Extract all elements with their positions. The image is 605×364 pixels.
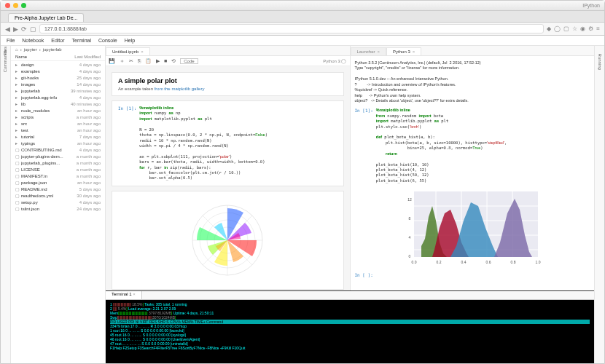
split-panes: Untitled.ipynb × 💾 ＋ ✂ ⎘ 📋 ▶ ■ ⟲ Code <box>106 46 594 290</box>
code-cell[interactable]: In [1]: %matplotlib inline import numpy … <box>112 100 344 186</box>
file-columns-header: Name Last Modified <box>11 53 105 61</box>
cell-type-select[interactable]: Code <box>180 58 198 64</box>
input-prompt-empty: In [ ]: <box>355 272 373 278</box>
svg-text:0: 0 <box>408 254 410 258</box>
zoom-window-icon[interactable] <box>21 3 26 8</box>
file-row[interactable]: ▢package.jsonan hour ago <box>11 179 105 186</box>
file-row[interactable]: ▸jupyterlab39 minutes ago <box>11 87 105 94</box>
window-titlebar: IPython <box>1 1 604 11</box>
file-row[interactable]: ▢CONTRIBUTING.md4 days ago <box>11 146 105 153</box>
menu-terminal[interactable]: Terminal <box>72 38 91 43</box>
file-row[interactable]: ▸typingsan hour ago <box>11 140 105 146</box>
close-icon[interactable]: × <box>378 50 380 54</box>
file-row[interactable]: ▸lib40 minutes ago <box>11 100 105 107</box>
file-row[interactable]: ▸jupyterlab.egg-info4 days ago <box>11 94 105 100</box>
address-input[interactable]: 127.0.0.1:8888/lab <box>39 24 544 33</box>
cut-icon[interactable]: ✂ <box>129 58 133 64</box>
save-icon[interactable]: 💾 <box>109 58 115 64</box>
close-window-icon[interactable] <box>5 3 10 8</box>
kernel-label[interactable]: Python 3 ◯ <box>323 58 346 63</box>
tab-untitled[interactable]: Untitled.ipynb × <box>106 47 150 55</box>
htop-fkeys: F1Help F2Setup F3SearchF4FilterF5Tree F6… <box>110 346 590 350</box>
file-row[interactable]: ▸images14 days ago <box>11 81 105 87</box>
browser-tab[interactable]: Pre-Alpha Jupyter Lab De... <box>8 13 84 22</box>
svg-text:0.6: 0.6 <box>485 260 491 264</box>
file-row[interactable]: ▢MANIFEST.ina month ago <box>11 173 105 179</box>
ext-icon[interactable]: ◉ <box>580 25 585 32</box>
console-body[interactable]: Python 3.5.2 |Continuum Analytics, Inc.|… <box>351 56 595 290</box>
menu-icon[interactable]: ≡ <box>596 25 600 32</box>
console-input-empty[interactable] <box>376 272 590 278</box>
file-row[interactable]: ▢readthedocs.yml30 days ago <box>11 192 105 199</box>
svg-text:8: 8 <box>408 216 410 221</box>
ext-icon[interactable]: ⚙ <box>588 25 593 32</box>
svg-text:1.0: 1.0 <box>535 260 540 264</box>
file-row[interactable]: ▸srcan hour ago <box>11 120 105 127</box>
ext-icon[interactable]: ◯ <box>554 25 561 32</box>
paste-icon[interactable]: 📋 <box>145 58 152 64</box>
add-cell-icon[interactable]: ＋ <box>120 58 125 65</box>
ext-icon[interactable]: ▢ <box>563 25 569 32</box>
markdown-cell[interactable]: A simple polar plot An example taken fro… <box>112 72 344 96</box>
tab-launcher[interactable]: Launcher× <box>351 47 387 55</box>
htop-process-list: 33479 brian 17 0 ... ... ... R 3.0 0.0 0… <box>110 324 590 346</box>
breadcrumb[interactable]: ⌂ ›jupyter ›jupyterlab <box>11 46 105 53</box>
tab-running[interactable]: Running <box>598 54 602 63</box>
minimize-window-icon[interactable] <box>13 3 18 8</box>
console-banner: Python 3.5.2 |Continuum Analytics, Inc.|… <box>355 60 590 103</box>
col-name[interactable]: Name <box>15 55 69 59</box>
right-activity-bar: Running <box>594 46 604 363</box>
menu-console[interactable]: Console <box>98 38 117 43</box>
restart-icon[interactable]: ⟲ <box>171 58 176 64</box>
menu-file[interactable]: File <box>7 38 15 43</box>
file-row[interactable]: ▢README.md5 days ago <box>11 186 105 192</box>
file-browser: ⌂ ›jupyter ›jupyterlab Name Last Modifie… <box>11 46 106 363</box>
file-row[interactable]: ▢jupyterlab_plugins...a month ago <box>11 159 105 166</box>
code-editor[interactable]: %matplotlib inline import numpy as np im… <box>139 106 337 181</box>
stop-icon[interactable]: ■ <box>164 58 167 63</box>
file-row[interactable]: ▢setup.py4 days ago <box>11 199 105 205</box>
output-cell <box>112 191 344 290</box>
tab-commands[interactable]: Commands <box>4 50 8 73</box>
file-row[interactable]: ▢LICENSEa month ago <box>11 166 105 173</box>
close-icon[interactable]: × <box>133 292 136 296</box>
menu-notebook[interactable]: Notebook <box>22 38 44 43</box>
file-row[interactable]: ▸examples4 days ago <box>11 68 105 74</box>
svg-text:0.4: 0.4 <box>461 260 466 264</box>
svg-text:0.0: 0.0 <box>411 260 416 264</box>
input-prompt: In [1]: <box>355 108 373 183</box>
tab-terminal1[interactable]: Terminal 1 × <box>106 291 142 299</box>
file-row[interactable]: ▸scriptsa month ago <box>11 114 105 120</box>
file-row[interactable]: ▸tutorial7 days ago <box>11 133 105 140</box>
ext-icon[interactable]: ◆ <box>547 25 551 32</box>
md-link[interactable]: from the matplotlib gallery <box>155 87 205 91</box>
ext-icon[interactable]: ☆ <box>572 25 577 32</box>
menu-help[interactable]: Help <box>125 38 135 43</box>
file-row[interactable]: ▸git-hooks25 days ago <box>11 74 105 81</box>
reload-icon[interactable]: ⟳ <box>21 25 27 33</box>
file-row[interactable]: ▸design4 days ago <box>11 61 105 68</box>
main-content: Files Commands ⌂ ›jupyter ›jupyterlab Na… <box>1 46 604 363</box>
back-icon[interactable]: ◀ <box>5 25 10 33</box>
terminal-tabs: Terminal 1 × <box>106 291 594 300</box>
file-row[interactable]: ▸node_modulesan hour ago <box>11 107 105 114</box>
close-icon[interactable]: × <box>413 50 415 54</box>
home-icon[interactable]: ⌂ <box>15 47 18 52</box>
md-heading: A simple polar plot <box>118 77 337 84</box>
tab-python3[interactable]: Python 3× <box>386 47 421 55</box>
file-row[interactable]: ▢tslint.json24 days ago <box>11 205 105 212</box>
close-icon[interactable]: × <box>141 50 144 54</box>
copy-icon[interactable]: ⎘ <box>138 58 141 63</box>
file-row[interactable]: ▸testan hour ago <box>11 127 105 133</box>
console-tabs: Launcher× Python 3× <box>351 46 595 56</box>
console-input[interactable]: %matplotlib inline from numpy.random imp… <box>376 108 590 183</box>
forward-icon[interactable]: ▶ <box>13 25 18 33</box>
app-name-label: IPython <box>582 3 600 8</box>
lock-icon: ▢ <box>30 25 36 33</box>
notebook-pane: Untitled.ipynb × 💾 ＋ ✂ ⎘ 📋 ▶ ■ ⟲ Code <box>106 46 351 290</box>
menu-editor[interactable]: Editor <box>51 38 64 43</box>
run-icon[interactable]: ▶ <box>156 58 160 64</box>
terminal-body[interactable]: 1 [|||||||||||||||||| 18.5%] Tasks: 305 … <box>106 300 594 363</box>
col-modified[interactable]: Last Modified <box>69 55 101 59</box>
file-row[interactable]: ▢jupyter-plugins-dem...a month ago <box>11 153 105 159</box>
